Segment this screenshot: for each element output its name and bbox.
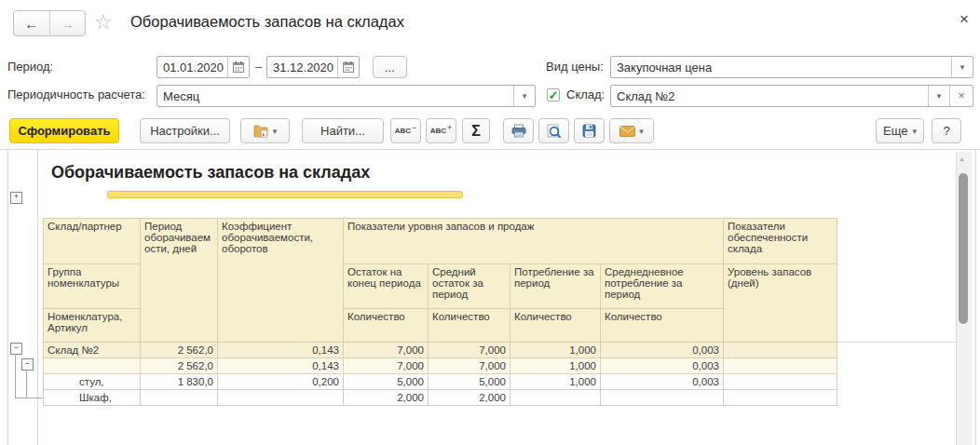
cell-value[interactable]: 1,000 — [510, 374, 601, 390]
cell-value[interactable]: 7,000 — [429, 358, 510, 374]
cell-value[interactable]: 0,003 — [601, 374, 724, 390]
generate-button[interactable]: Сформировать — [9, 118, 119, 143]
viewport-right-border — [975, 150, 976, 445]
margin-separator — [37, 150, 38, 445]
col-header-nomenclature-article: Номенклатура, Артикул — [44, 309, 141, 343]
cell-value[interactable]: 0,003 — [601, 343, 724, 358]
back-arrow-icon[interactable]: ← — [14, 11, 50, 35]
sum-button[interactable]: Σ — [462, 118, 490, 143]
collapse-group-icon[interactable]: − — [10, 343, 22, 355]
collapse-groups-button[interactable]: ABC− — [390, 118, 421, 143]
print-button[interactable] — [503, 118, 534, 143]
chevron-down-icon[interactable]: ▾ — [513, 86, 535, 106]
clear-icon[interactable]: × — [949, 86, 973, 106]
save-button[interactable] — [574, 118, 605, 143]
periodicity-combo[interactable]: Месяц ▾ — [157, 85, 536, 107]
cell-value[interactable]: 1,000 — [510, 358, 601, 374]
price-type-combo[interactable]: Закупочная цена ▾ — [610, 56, 973, 78]
floppy-disk-icon — [582, 124, 596, 138]
periodicity-value[interactable]: Месяц — [157, 86, 513, 106]
cell-value[interactable] — [724, 390, 837, 406]
cell-value[interactable]: 1 830,0 — [141, 374, 218, 390]
printer-icon — [511, 124, 526, 138]
report-title: Оборачиваемость запасов на складах — [51, 163, 370, 182]
more-button[interactable]: Еще ▾ — [876, 118, 924, 143]
cell-name[interactable]: Склад №2 — [44, 343, 141, 358]
period-label: Период: — [7, 60, 53, 74]
cell-value[interactable]: 5,000 — [344, 374, 429, 390]
date-to-field[interactable]: 31.12.2020 — [266, 56, 360, 78]
scrollbar-thumb[interactable] — [959, 173, 968, 324]
forward-arrow-icon[interactable]: → — [50, 11, 86, 35]
cell-value[interactable] — [601, 390, 724, 406]
expand-groups-button[interactable]: ABC+ — [426, 118, 456, 143]
collapse-subgroup-icon[interactable]: − — [21, 358, 34, 371]
cell-value[interactable] — [724, 374, 837, 390]
find-button[interactable]: Найти... — [302, 118, 384, 143]
table-row-item: Шкаф, 2,000 2,000 — [44, 390, 837, 406]
period-more-button[interactable]: ... — [373, 56, 407, 78]
cell-value[interactable] — [141, 390, 218, 406]
chevron-down-icon[interactable]: ▾ — [951, 57, 973, 77]
cell-value[interactable]: 0,003 — [601, 358, 724, 374]
close-icon[interactable]: × — [960, 10, 969, 29]
cell-value[interactable]: 2 562,0 — [141, 343, 218, 358]
chevron-down-icon: ▾ — [912, 127, 917, 136]
header-extension-line — [837, 342, 956, 343]
col-subheader-quantity: Количество — [344, 309, 429, 343]
date-from-field[interactable]: 01.01.2020 — [157, 56, 250, 78]
cell-name[interactable]: Шкаф, — [44, 390, 141, 406]
col-subheader-quantity: Количество — [601, 309, 724, 343]
price-type-value[interactable]: Закупочная цена — [611, 57, 951, 77]
warehouse-value[interactable]: Склад №2 — [611, 86, 928, 106]
help-button[interactable]: ? — [932, 118, 961, 143]
report-table: Склад/партнер Период оборачиваемости, дн… — [43, 218, 837, 406]
cell-value[interactable]: 1,000 — [510, 343, 601, 358]
cell-value[interactable] — [218, 390, 344, 406]
table-row-subgroup: 2 562,0 0,143 7,000 7,000 1,000 0,003 — [44, 358, 837, 374]
report-window: ← → ☆ Оборачиваемость запасов на складах… — [0, 0, 980, 445]
warehouse-combo[interactable]: Склад №2 ▾ × — [610, 85, 973, 107]
preview-button[interactable] — [538, 118, 569, 143]
warehouse-checkbox[interactable]: ✓ — [547, 88, 560, 101]
chevron-down-icon[interactable]: ▾ — [928, 86, 949, 106]
cell-value[interactable]: 0,143 — [218, 358, 344, 374]
email-button[interactable]: ▾ — [609, 118, 654, 143]
abc-icon: ABC — [430, 127, 446, 135]
date-from-value[interactable]: 01.01.2020 — [157, 57, 227, 77]
scroll-up-icon[interactable]: ▲ — [959, 155, 965, 162]
settings-button[interactable]: Настройки... — [140, 118, 230, 143]
cell-value[interactable]: 7,000 — [344, 343, 429, 358]
price-type-label: Вид цены: — [546, 60, 604, 74]
expand-columns-icon[interactable]: + — [10, 192, 22, 204]
cell-value[interactable]: 0,200 — [218, 374, 344, 390]
cell-name[interactable] — [44, 358, 141, 374]
cell-name[interactable]: стул, — [44, 374, 141, 390]
calendar-icon[interactable] — [227, 57, 249, 77]
table-row-item: стул, 1 830,0 0,200 5,000 5,000 1,000 0,… — [44, 374, 837, 390]
col-header-warehouse-partner: Склад/партнер — [44, 219, 141, 264]
favorite-star-icon[interactable]: ☆ — [94, 10, 113, 34]
cell-value[interactable]: 2,000 — [344, 390, 429, 406]
cell-value[interactable]: 2,000 — [429, 390, 510, 406]
col-header-end-balance: Остаток на конец периода — [344, 264, 429, 309]
date-to-value[interactable]: 31.12.2020 — [267, 57, 337, 77]
cell-value[interactable]: 0,143 — [218, 343, 344, 358]
envelope-icon — [619, 126, 635, 137]
calendar-icon[interactable] — [337, 57, 359, 77]
report-variants-button[interactable]: ▾ — [240, 118, 290, 143]
cell-value[interactable]: 7,000 — [429, 343, 510, 358]
chevron-down-icon: ▾ — [639, 127, 644, 136]
table-row-group-warehouse: Склад №2 2 562,0 0,143 7,000 7,000 1,000… — [44, 343, 837, 358]
cell-value[interactable]: 7,000 — [344, 358, 429, 374]
cell-value[interactable] — [724, 343, 837, 358]
minus-icon: − — [412, 123, 416, 132]
cell-value[interactable] — [724, 358, 837, 374]
cell-value[interactable] — [510, 390, 601, 406]
more-button-label: Еще — [883, 124, 907, 138]
tree-line — [26, 370, 27, 398]
cell-value[interactable]: 2 562,0 — [141, 358, 218, 374]
cell-value[interactable]: 5,000 — [429, 374, 510, 390]
magnifier-icon — [547, 124, 562, 139]
periodicity-label: Периодичность расчета: — [7, 88, 145, 101]
